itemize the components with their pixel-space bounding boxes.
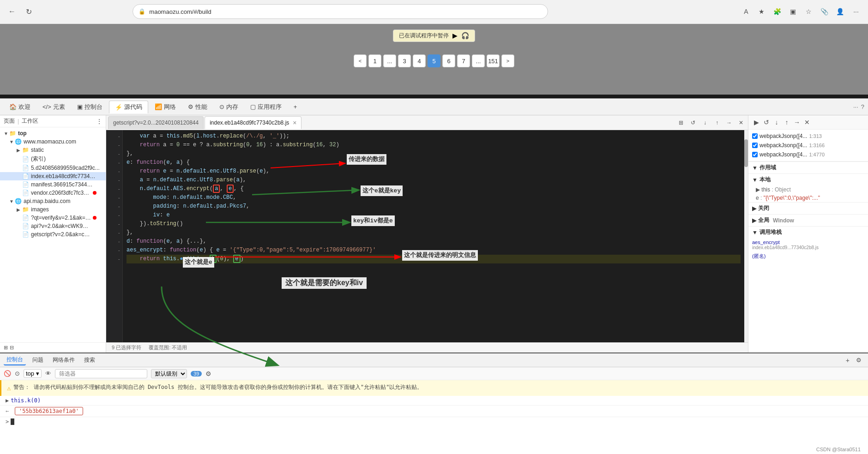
tree-item-www[interactable]: ▼ 🌐 www.maomaozu.com — [0, 137, 106, 146]
breakpoint-checkbox-3[interactable] — [752, 152, 758, 157]
more-button[interactable]: ··· — [850, 5, 862, 18]
elements-icon: </> — [42, 103, 51, 110]
step-over-dbg-button[interactable]: ↺ — [761, 117, 772, 127]
call-stack-item-2[interactable]: (匿名) — [748, 251, 868, 261]
step-into-button[interactable]: ↓ — [772, 117, 782, 127]
call-stack-file-1: index.eb1a48cd9...77340c2b8.js — [752, 245, 864, 250]
back-button[interactable]: ← — [6, 5, 18, 18]
help-button[interactable]: ? — [861, 103, 864, 110]
console-filter-button[interactable]: ⊙ — [15, 370, 20, 377]
profile-button[interactable]: 👤 — [834, 5, 847, 18]
expand-arrow[interactable]: ▶ — [6, 397, 9, 404]
global-scope-header[interactable]: ▶ 全局 Window — [748, 215, 868, 226]
tab-network[interactable]: 📶 网络 — [149, 101, 181, 113]
extensions-button[interactable]: 🧩 — [771, 5, 784, 18]
dock-button[interactable]: ⊞ — [676, 118, 686, 128]
resume-button[interactable]: ▶ — [452, 32, 458, 39]
editor-tab-getscript[interactable]: getscript?v=2.0...20240108120844 — [108, 116, 204, 129]
console-tab-network[interactable]: 网络条件 — [50, 355, 78, 365]
step-out-button[interactable]: ↑ — [782, 117, 792, 127]
down-button[interactable]: ↓ — [700, 118, 710, 128]
close-tab-button[interactable]: × — [293, 119, 296, 126]
scope-header[interactable]: ▼ 作用域 — [748, 162, 868, 173]
console-tab-main[interactable]: 控制台 — [4, 355, 26, 365]
call-stack-item-1[interactable]: aes_encrypt index.eb1a48cd9...77340c2b8.… — [748, 238, 868, 251]
pages-tab[interactable]: 页面 — [4, 117, 15, 125]
close-scope-header[interactable]: ▶ 关闭 — [748, 203, 868, 214]
prev-page-button[interactable]: < — [354, 54, 367, 67]
resume-debugger-button[interactable]: ▶ — [751, 117, 761, 127]
clear-console-button[interactable]: 🚫 — [4, 370, 11, 377]
tab-add[interactable]: + — [288, 102, 303, 112]
tree-item-api[interactable]: ▼ 🌐 api.map.baidu.com — [0, 197, 106, 205]
page-6-button[interactable]: 6 — [442, 54, 455, 67]
tab-welcome[interactable]: 🏠 欢迎 — [4, 101, 36, 113]
page-151-button[interactable]: 151 — [487, 54, 500, 67]
editor-tab-index[interactable]: index.eb1a48cd9fc77340c2b8.js × — [205, 116, 301, 129]
up-button[interactable]: ↑ — [712, 118, 722, 128]
add-console-tab-button[interactable]: + — [846, 357, 850, 364]
tab-elements[interactable]: </> 元素 — [37, 101, 71, 113]
console-gear-button[interactable]: ⚙ — [205, 370, 211, 377]
tab-sources[interactable]: ⚡ 源代码 — [109, 101, 148, 114]
breakpoint-checkbox-2[interactable] — [752, 143, 758, 148]
local-scope-header[interactable]: ▼ 本地 — [748, 174, 868, 185]
breakpoint-checkbox-1[interactable] — [752, 133, 758, 139]
eye-button[interactable]: 👁 — [45, 370, 51, 377]
close-panel-button[interactable]: ✕ — [736, 118, 746, 128]
reload-button[interactable]: ↻ — [22, 5, 35, 18]
tab-application[interactable]: ▢ 应用程序 — [245, 101, 287, 113]
tree-item-images[interactable]: ▶ 📁 images — [0, 205, 106, 214]
scrollbar-thumb[interactable] — [744, 139, 748, 167]
more-tabs-button[interactable]: ··· — [853, 103, 858, 110]
expand-all-button[interactable]: ⊞ — [4, 345, 8, 351]
text-size-button[interactable]: A — [740, 5, 753, 18]
tree-item-file2[interactable]: ▶ 📄 index.eb1a48cd9fc77340c... — [0, 172, 106, 180]
tree-item-api2[interactable]: ▶ 📄 api?v=2.0&ak=cWK9PGhn... — [0, 222, 106, 230]
page-4-button[interactable]: 4 — [413, 54, 426, 67]
file-tree: ▼ 📁 top ▼ 🌐 www.maomaozu.com ▶ — [0, 127, 106, 342]
tree-item-file1[interactable]: ▶ 📄 5.d240856899559cad2f9c... — [0, 164, 106, 172]
tree-item-api3[interactable]: ▶ 📄 getscript?v=2.0&ak=cWKS... — [0, 230, 106, 239]
tree-item-file4[interactable]: ▶ 📄 vendor.c206f3dfc7fc31fde... — [0, 189, 106, 197]
deactivate-button[interactable]: ✕ — [802, 117, 812, 127]
home-icon: 🏠 — [9, 103, 17, 110]
tree-item-file3[interactable]: ▶ 📄 manifest.366915c73444170... — [0, 180, 106, 189]
context-selector[interactable]: top ▾ — [24, 369, 42, 378]
code-content[interactable]: var a = this.md5(l.host.replace(/\./g, '… — [123, 130, 744, 342]
tree-item-index-item[interactable]: ▶ 📄 (索引) — [0, 154, 106, 164]
page-5-button[interactable]: 5 — [428, 54, 440, 67]
console-tab-search[interactable]: 搜索 — [81, 355, 98, 365]
favorites-button[interactable]: ☆ — [802, 5, 815, 18]
panel-menu-icon[interactable]: ⋮ — [96, 118, 102, 125]
split-button[interactable]: ▣ — [787, 5, 800, 18]
page-3-button[interactable]: 3 — [398, 54, 411, 67]
step-over-button[interactable]: 🎧 — [461, 32, 469, 39]
page-7-button[interactable]: 7 — [457, 54, 470, 67]
page-1-button[interactable]: 1 — [368, 54, 381, 67]
log-level-select[interactable]: 默认级别 — [151, 369, 187, 378]
console-settings-button[interactable]: ⚙ — [853, 356, 864, 364]
tab-memory[interactable]: ⊙ 内存 — [214, 101, 244, 113]
vertical-scrollbar[interactable] — [744, 130, 748, 342]
workspace-tab[interactable]: 工作区 — [22, 117, 38, 125]
step-button[interactable]: → — [724, 118, 734, 128]
tab-performance[interactable]: ⚙ 性能 — [182, 101, 213, 113]
tab-console[interactable]: ▣ 控制台 — [72, 101, 108, 113]
tree-item-api1[interactable]: ▶ 📄 ?qt=verify&v=2.1&ak=cW... — [0, 214, 106, 222]
bookmark-button[interactable]: ★ — [755, 5, 768, 18]
call-stack-header[interactable]: ▼ 调用堆栈 — [748, 227, 868, 238]
collections-button[interactable]: 📎 — [818, 5, 831, 18]
scope-this[interactable]: ▶ this : Object — [748, 185, 868, 194]
file-icon-3: 📄 — [22, 181, 29, 188]
collapse-all-button[interactable]: ⊟ — [10, 345, 14, 351]
filter-input[interactable] — [55, 369, 147, 378]
refresh-button[interactable]: ↺ — [688, 118, 698, 128]
next-page-button[interactable]: > — [501, 54, 514, 67]
tree-item-static[interactable]: ▶ 📁 static — [0, 146, 106, 154]
console-tab-issues[interactable]: 问题 — [30, 355, 46, 365]
scope-e[interactable]: e : "{\"Type\":0,\"page\":..." — [748, 194, 868, 202]
folder-icon-www: 🌐 — [15, 138, 22, 145]
tree-item-top[interactable]: ▼ 📁 top — [0, 129, 106, 137]
step-button-dbg[interactable]: → — [792, 117, 802, 127]
